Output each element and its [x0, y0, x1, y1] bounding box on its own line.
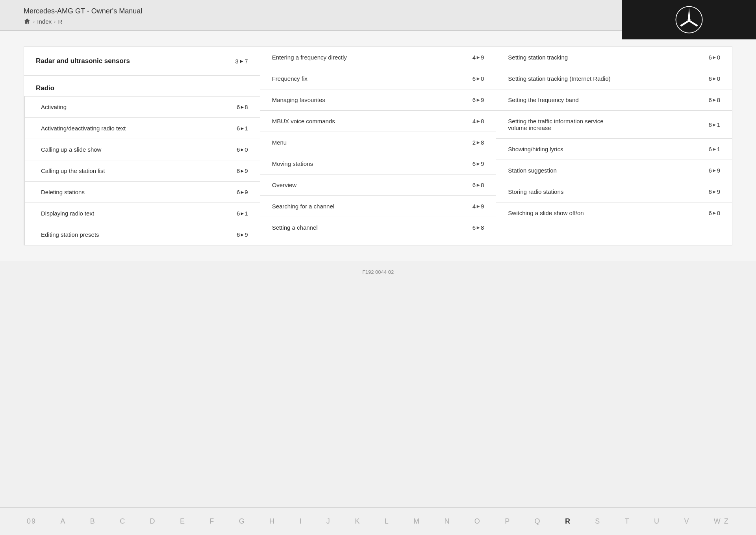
alpha-09[interactable]: 09	[24, 516, 39, 527]
list-item: Setting the frequency band 6►8	[496, 89, 732, 111]
entry-label: Setting the frequency band	[508, 97, 578, 103]
entry-page: 6►0	[708, 54, 720, 61]
list-item: Moving stations 6►9	[260, 153, 496, 175]
entry-label: Switching a slide show off/on	[508, 210, 584, 216]
alpha-C[interactable]: C	[117, 516, 129, 527]
alpha-Q[interactable]: Q	[532, 516, 544, 527]
alpha-S[interactable]: S	[592, 516, 604, 527]
entry-label: Setting a channel	[272, 224, 318, 231]
list-item: Switching a slide show off/on 6►0	[496, 202, 732, 223]
entry-label: Searching for a channel	[272, 203, 334, 210]
entry-page: 6►0	[237, 146, 248, 153]
entry-label: Menu	[272, 139, 287, 146]
list-item: Searching for a channel 4►9	[260, 196, 496, 217]
entry-label: Setting station tracking	[508, 54, 568, 61]
alpha-U[interactable]: U	[651, 516, 663, 527]
radar-section: Radar and ultrasonic sensors 3►7	[24, 47, 260, 76]
list-item: Activating/deactivating radio text 6►1	[25, 118, 260, 139]
list-item: MBUX voice commands 4►8	[260, 111, 496, 132]
entry-page: 6►9	[237, 231, 248, 238]
list-item: Menu 2►8	[260, 132, 496, 153]
alpha-J[interactable]: J	[323, 516, 334, 527]
list-item: Editing station presets 6►9	[25, 224, 260, 245]
main-content: Radar and ultrasonic sensors 3►7 Radio A…	[0, 31, 756, 261]
list-item: Deleting stations 6►9	[25, 182, 260, 203]
entry-page: 6►8	[472, 224, 484, 231]
list-item: Activating 6►8	[25, 97, 260, 118]
breadcrumb-sep-2: ›	[54, 19, 56, 24]
logo-area	[622, 0, 756, 39]
entry-label: MBUX voice commands	[272, 118, 335, 124]
entry-label: Activating	[41, 104, 67, 110]
alpha-A[interactable]: A	[57, 516, 69, 527]
radar-title: Radar and ultrasonic sensors	[36, 57, 130, 65]
index-table: Radar and ultrasonic sensors 3►7 Radio A…	[24, 46, 732, 245]
alpha-R[interactable]: R	[562, 516, 574, 527]
entry-label: Entering a frequency directly	[272, 54, 347, 61]
list-item: Calling up a slide show 6►0	[25, 139, 260, 160]
list-item: Showing/hiding lyrics 6►1	[496, 139, 732, 160]
alpha-B[interactable]: B	[87, 516, 99, 527]
breadcrumb-r[interactable]: R	[58, 18, 62, 25]
alpha-L[interactable]: L	[382, 516, 393, 527]
radio-title: Radio	[36, 84, 54, 92]
list-item: Calling up the station list 6►9	[25, 160, 260, 182]
alpha-O[interactable]: O	[471, 516, 484, 527]
entry-label: Setting station tracking (Internet Radio…	[508, 75, 610, 82]
radio-sub-entries-col1: Activating 6►8 Activating/deactivating r…	[24, 97, 260, 245]
alpha-WZ[interactable]: W Z	[711, 516, 732, 527]
entry-page: 2►8	[472, 139, 484, 146]
entry-page: 6►9	[708, 167, 720, 174]
breadcrumb-index[interactable]: Index	[37, 18, 52, 25]
svg-marker-1	[688, 7, 690, 20]
svg-marker-3	[680, 20, 689, 27]
list-item: Displaying radio text 6►1	[25, 203, 260, 224]
svg-marker-2	[689, 20, 698, 27]
alphabet-nav: 09 A B C D E F G H I J K L M N O P Q R S…	[0, 507, 756, 535]
entry-page: 6►9	[472, 160, 484, 167]
mercedes-logo	[675, 6, 703, 33]
alpha-P[interactable]: P	[502, 516, 513, 527]
list-item: Setting the traffic information service …	[496, 111, 732, 139]
entry-label: Displaying radio text	[41, 210, 94, 217]
entry-label: Deleting stations	[41, 189, 85, 195]
entry-page: 6►8	[472, 182, 484, 188]
entry-label: Storing radio stations	[508, 188, 563, 195]
alpha-T[interactable]: T	[622, 516, 633, 527]
alpha-D[interactable]: D	[147, 516, 159, 527]
entry-label: Overview	[272, 182, 297, 188]
footer-doc-id: F192 0044 02	[0, 261, 756, 314]
alpha-H[interactable]: H	[266, 516, 278, 527]
entry-page: 6►9	[708, 188, 720, 195]
alpha-G[interactable]: G	[236, 516, 248, 527]
entry-page: 4►8	[472, 118, 484, 124]
alpha-N[interactable]: N	[441, 516, 453, 527]
entry-label: Editing station presets	[41, 231, 99, 238]
index-column-3: Setting station tracking 6►0 Setting sta…	[496, 47, 732, 245]
index-column-2: Entering a frequency directly 4►9 Freque…	[260, 47, 497, 245]
entry-page: 6►0	[708, 75, 720, 82]
alpha-I[interactable]: I	[296, 516, 305, 527]
index-column-1: Radar and ultrasonic sensors 3►7 Radio A…	[24, 47, 260, 245]
entry-label: Frequency fix	[272, 75, 308, 82]
entry-label: Showing/hiding lyrics	[508, 146, 563, 152]
entry-label: Calling up the station list	[41, 167, 105, 174]
alpha-F[interactable]: F	[206, 516, 218, 527]
list-item: Setting station tracking (Internet Radio…	[496, 68, 732, 89]
entry-page: 6►8	[237, 104, 248, 110]
alpha-K[interactable]: K	[352, 516, 363, 527]
entry-page: 6►9	[237, 167, 248, 174]
alpha-M[interactable]: M	[410, 516, 423, 527]
list-item: Managing favourites 6►9	[260, 89, 496, 111]
list-item: Entering a frequency directly 4►9	[260, 47, 496, 68]
header: Mercedes-AMG GT - Owner's Manual › Index…	[0, 0, 756, 31]
entry-page: 6►9	[237, 189, 248, 195]
breadcrumb-sep-1: ›	[33, 19, 35, 24]
alpha-E[interactable]: E	[177, 516, 189, 527]
entry-page: 6►9	[472, 97, 484, 103]
entry-page: 6►1	[708, 146, 720, 152]
entry-label: Moving stations	[272, 160, 313, 167]
alpha-V[interactable]: V	[681, 516, 693, 527]
radar-page: 3►7	[235, 58, 248, 65]
home-icon[interactable]	[24, 18, 31, 25]
